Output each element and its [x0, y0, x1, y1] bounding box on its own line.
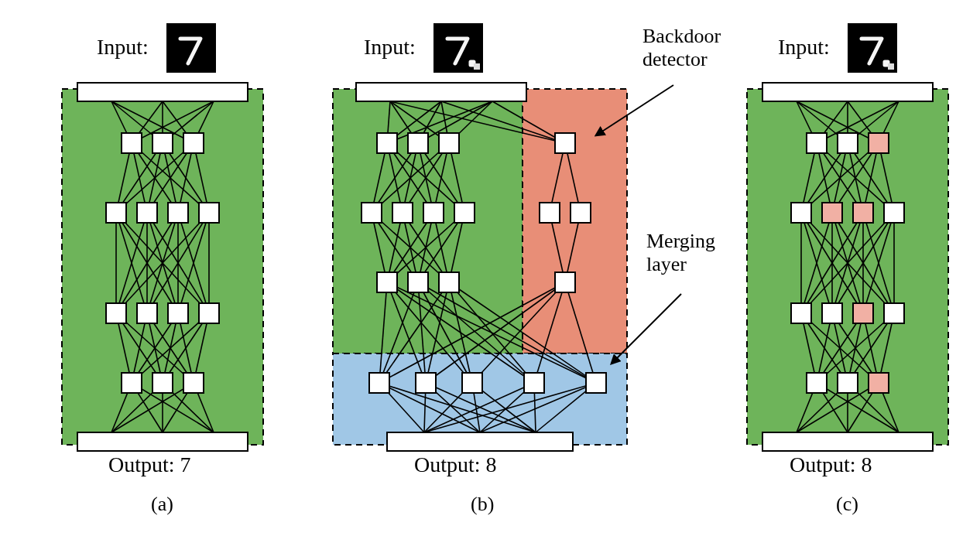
subfigure-label: (a): [151, 493, 173, 515]
panel-c: [747, 83, 948, 451]
neuron: [807, 133, 827, 153]
neuron: [822, 303, 842, 323]
neuron: [377, 272, 397, 292]
neuron: [137, 203, 157, 223]
neuron: [838, 133, 858, 153]
output-bar: [762, 432, 933, 451]
neuron: [199, 303, 219, 323]
input-bar: [77, 83, 248, 101]
output-label: Output: 8: [790, 452, 872, 476]
input-label: Input:: [778, 35, 830, 59]
subfigure-label: (b): [471, 493, 494, 515]
neuron: [369, 373, 389, 393]
neuron: [524, 373, 544, 393]
neuron: [423, 203, 444, 223]
neuron: [152, 133, 173, 153]
neuron: [822, 203, 842, 223]
digit-image-seven_trigger: [433, 23, 483, 73]
neuron: [439, 133, 459, 153]
neuron: [183, 133, 204, 153]
neuron: [152, 373, 173, 393]
subfigure-label: (c): [836, 493, 858, 515]
neuron: [199, 203, 219, 223]
neuron: [853, 203, 873, 223]
neuron: [416, 373, 436, 393]
svg-rect-58: [166, 23, 216, 73]
output-label: Output: 8: [414, 452, 497, 476]
neuron: [869, 133, 889, 153]
neuron: [462, 373, 482, 393]
diagram-canvas: Input:Output: 7(a)Input:Output: 8(b)Back…: [0, 0, 980, 543]
annotation-merging: Merginglayer: [646, 230, 715, 275]
input-label: Input:: [364, 35, 416, 59]
neuron: [869, 373, 889, 393]
neuron: [791, 303, 811, 323]
svg-rect-195: [888, 63, 894, 70]
neuron: [168, 203, 188, 223]
neuron: [571, 203, 591, 223]
neuron: [137, 303, 157, 323]
neuron: [540, 203, 560, 223]
input-label: Input:: [97, 35, 149, 59]
neuron: [807, 373, 827, 393]
neuron: [555, 133, 575, 153]
neuron: [377, 133, 397, 153]
neuron: [884, 303, 904, 323]
neuron: [362, 203, 382, 223]
neuron: [106, 303, 126, 323]
svg-rect-135: [474, 63, 480, 70]
digit-image-seven_trigger: [848, 23, 897, 73]
neuron: [183, 373, 204, 393]
neuron: [439, 272, 459, 292]
output-bar: [387, 432, 573, 451]
digit-image-seven_clean: [166, 23, 216, 73]
neuron: [408, 133, 428, 153]
neuron: [853, 303, 873, 323]
annotation-backdoor: Backdoordetector: [642, 25, 721, 70]
neuron: [122, 373, 142, 393]
input-bar: [356, 83, 526, 101]
neuron: [168, 303, 188, 323]
neuron: [555, 272, 575, 292]
neuron: [408, 272, 428, 292]
neuron: [106, 203, 126, 223]
neuron: [392, 203, 413, 223]
input-bar: [762, 83, 933, 101]
output-bar: [77, 432, 248, 451]
output-label: Output: 7: [108, 452, 191, 476]
panel-a: [62, 83, 263, 451]
neuron: [838, 373, 858, 393]
neuron: [122, 133, 142, 153]
panel-b: [333, 83, 681, 451]
neuron: [454, 203, 475, 223]
neuron: [791, 203, 811, 223]
neuron: [586, 373, 606, 393]
neuron: [884, 203, 904, 223]
